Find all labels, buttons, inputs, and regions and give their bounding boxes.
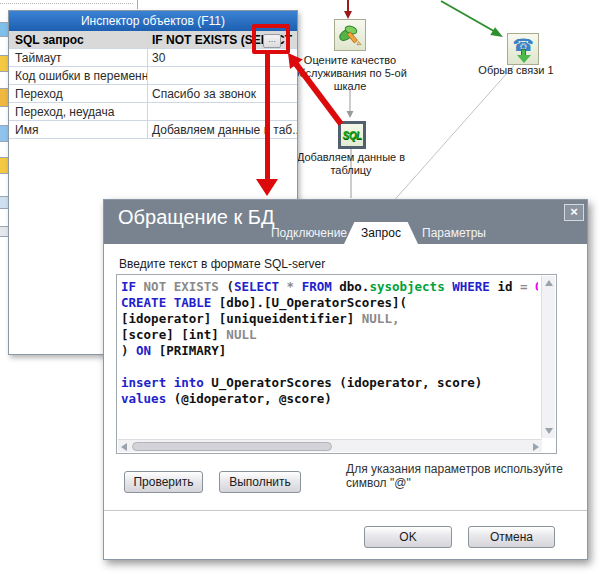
flow-node-sql-label: Добавляем данные в таблицу — [291, 151, 411, 177]
db-query-dialog: Обращение к БД × Подключение Запрос Пара… — [103, 199, 588, 560]
green-down-arrow-icon — [517, 55, 531, 63]
property-value: Спасибо за звонок — [148, 85, 297, 102]
flow-node-rate-quality[interactable] — [334, 19, 366, 51]
scroll-left-icon[interactable] — [121, 443, 127, 451]
tab-query[interactable]: Запрос — [344, 222, 418, 244]
property-label: Код ошибки в переменну... — [9, 67, 148, 84]
sql-editor[interactable]: IF NOT EXISTS (SELECT * FROM dbo.sysobje… — [116, 274, 557, 454]
property-label: Имя — [9, 121, 148, 138]
property-label: Переход — [9, 85, 148, 102]
canvas-divider — [137, 0, 138, 9]
inspector-row-transition[interactable]: Переход Спасибо за звонок — [9, 85, 297, 103]
flow-node-sql[interactable]: SQL — [338, 121, 366, 149]
ok-button[interactable]: OK — [364, 526, 452, 548]
sql-code: IF NOT EXISTS (SELECT * FROM dbo.sysobje… — [121, 279, 538, 437]
scroll-right-icon[interactable] — [533, 443, 539, 451]
tab-parameters[interactable]: Параметры — [416, 222, 492, 244]
canvas-dotted-edge — [0, 3, 133, 4]
editor-label: Введите текст в формате SQL-server — [119, 257, 325, 271]
inspector-row-transition-fail[interactable]: Переход, неудача — [9, 103, 297, 121]
annotation-highlight-rect — [252, 24, 290, 54]
horizontal-scrollbar[interactable] — [118, 439, 542, 452]
flow-node-hangup[interactable]: ☎ — [507, 33, 539, 65]
property-label: SQL запрос — [9, 31, 148, 48]
footer-divider — [104, 510, 587, 511]
scroll-down-icon[interactable] — [545, 428, 553, 434]
inspector-row-error-code[interactable]: Код ошибки в переменну... — [9, 67, 297, 85]
sql-icon: SQL — [342, 130, 361, 141]
run-button[interactable]: Выполнить — [219, 471, 301, 493]
check-button[interactable]: Проверить — [124, 471, 203, 493]
leaf-pencil-icon — [337, 22, 363, 48]
dialog-title: Обращение к БД — [118, 206, 274, 229]
property-label: Переход, неудача — [9, 103, 148, 120]
flow-node-hangup-label: Обрыв связи 1 — [460, 64, 572, 77]
annotation-arrow-down-head — [256, 179, 278, 196]
property-value: Добавляем данные в таб... — [148, 121, 297, 138]
annotation-arrow-down — [265, 54, 270, 179]
vertical-scrollbar[interactable] — [541, 276, 555, 438]
inspector-row-name[interactable]: Имя Добавляем данные в таб... — [9, 121, 297, 139]
property-label: Таймаут — [9, 49, 148, 66]
parameters-hint: Для указания параметров используйте симв… — [346, 462, 574, 490]
property-value — [148, 67, 297, 84]
scroll-up-icon[interactable] — [545, 280, 553, 286]
scrollbar-thumb[interactable] — [132, 442, 332, 451]
tab-connection[interactable]: Подключение — [264, 222, 354, 244]
flow-node-rate-label: Оцените качество обслуживания по 5-ой шк… — [290, 54, 410, 93]
property-value — [148, 103, 297, 120]
close-icon[interactable]: × — [564, 204, 584, 221]
dialog-header: Обращение к БД × Подключение Запрос Пара… — [104, 200, 587, 244]
cancel-button[interactable]: Отмена — [468, 526, 555, 548]
